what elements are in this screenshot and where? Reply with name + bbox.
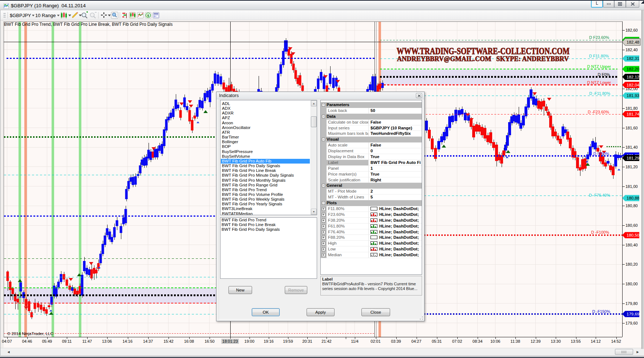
svg-text:19:59: 19:59 (283, 339, 293, 343)
svg-text:181,29: 181,29 (627, 156, 639, 160)
svg-text:14:16: 14:16 (122, 339, 133, 343)
svg-text:04:27: 04:27 (412, 339, 422, 343)
svg-text:08:34: 08:34 (473, 339, 483, 343)
svg-text:D -F100%: D -F100% (591, 230, 609, 234)
svg-text:182,12: 182,12 (627, 75, 639, 79)
svg-text:19:00: 19:00 (244, 339, 255, 343)
svg-text:04:07: 04:07 (2, 339, 12, 343)
svg-text:14:52: 14:52 (611, 339, 621, 343)
svg-text:10:06: 10:06 (490, 339, 501, 343)
svg-text:ANDREYBBRV@GMAIL.COM SKYPE:: ANDREYBBRV@GMAIL.COM SKYPE: ANDREYBBRV (397, 55, 569, 63)
svg-text:179,60: 179,60 (625, 321, 638, 325)
svg-text:D -F76.40%: D -F76.40% (589, 193, 610, 197)
svg-text:13:30: 13:30 (551, 339, 561, 343)
svg-text:09:11: 09:11 (62, 339, 72, 343)
svg-text:182,31: 182,31 (627, 56, 639, 61)
svg-text:179,80: 179,80 (625, 301, 638, 306)
svg-text:181,00: 181,00 (625, 184, 638, 189)
svg-text:180,00: 180,00 (625, 282, 638, 286)
svg-text:16:08: 16:08 (184, 339, 194, 343)
svg-text:182,40: 182,40 (625, 48, 638, 52)
svg-text:03:39: 03:39 (391, 339, 401, 343)
svg-text:05:31: 05:31 (432, 339, 442, 343)
svg-text:181,20: 181,20 (625, 165, 638, 169)
svg-text:180,20: 180,20 (625, 262, 638, 266)
svg-text:D -F50%: D -F50% (594, 152, 609, 156)
svg-text:21:42: 21:42 (321, 339, 332, 343)
svg-text:20:31: 20:31 (302, 339, 312, 343)
svg-text:D -F23.60%: D -F23.60% (588, 110, 609, 114)
svg-text:15:42: 15:42 (163, 339, 174, 343)
svg-text:11/4: 11/4 (351, 339, 359, 343)
svg-text:D NTZ Upper: D NTZ Upper (587, 64, 611, 69)
svg-text:13:06: 13:06 (102, 339, 112, 343)
svg-text:02:01: 02:01 (370, 339, 381, 343)
svg-text:181,74: 181,74 (627, 112, 640, 116)
svg-text:180,88: 180,88 (627, 196, 639, 200)
svg-text:WWW.TRADING-SOFTWARE-COLLECTIO: WWW.TRADING-SOFTWARE-COLLECTION.COM (397, 46, 570, 56)
svg-text:181,93: 181,93 (627, 93, 639, 98)
svg-text:D F23.60%: D F23.60% (589, 35, 609, 40)
svg-text:10 Range: 10 Range (35, 13, 56, 18)
svg-text:180,50: 180,50 (627, 233, 639, 237)
svg-text:$: $ (147, 13, 149, 17)
svg-text:14:12: 14:12 (591, 339, 601, 343)
svg-text:11:38: 11:38 (510, 339, 520, 343)
svg-text:© 2014 NinjaTrader, LLC: © 2014 NinjaTrader, LLC (7, 331, 53, 336)
svg-text:04:46: 04:46 (22, 339, 32, 343)
svg-text:16:50: 16:50 (204, 339, 215, 343)
svg-text:181,80: 181,80 (625, 106, 638, 110)
svg-text:19:16: 19:16 (264, 339, 274, 343)
svg-text:D F0%: D F0% (598, 72, 610, 77)
svg-text:180,60: 180,60 (625, 223, 638, 228)
svg-text:D -F11.80%: D -F11.80% (589, 91, 610, 96)
svg-text:181,40: 181,40 (625, 145, 638, 149)
svg-text:13:55: 13:55 (571, 339, 581, 343)
svg-text:182,20: 182,20 (627, 67, 639, 71)
svg-text:182,60: 182,60 (625, 28, 638, 32)
svg-text:BWT Fib Grid Pro Trend, BWT Fi: BWT Fib Grid Pro Trend, BWT Fib Grid Pro… (4, 22, 173, 27)
svg-text:182,48: 182,48 (627, 40, 639, 44)
svg-text:182,04: 182,04 (627, 83, 640, 87)
svg-text:11:47: 11:47 (82, 339, 92, 343)
svg-text:05:49: 05:49 (42, 339, 52, 343)
svg-text:$GBPJPY: $GBPJPY (10, 13, 31, 18)
svg-text:07:02: 07:02 (452, 339, 462, 343)
svg-text:D NTZ Lower: D NTZ Lower (587, 80, 611, 85)
svg-text:D F11.80%: D F11.80% (589, 54, 609, 58)
svg-text:18:01:23: 18:01:23 (222, 339, 238, 343)
svg-text:180,40: 180,40 (625, 243, 638, 247)
svg-text:D -F150%: D -F150% (592, 309, 610, 314)
svg-text:179,69: 179,69 (627, 312, 639, 316)
svg-text:14:37: 14:37 (143, 339, 153, 343)
svg-text:12:39: 12:39 (531, 339, 541, 343)
svg-text:180,80: 180,80 (625, 204, 638, 208)
svg-text:181,60: 181,60 (625, 126, 638, 130)
